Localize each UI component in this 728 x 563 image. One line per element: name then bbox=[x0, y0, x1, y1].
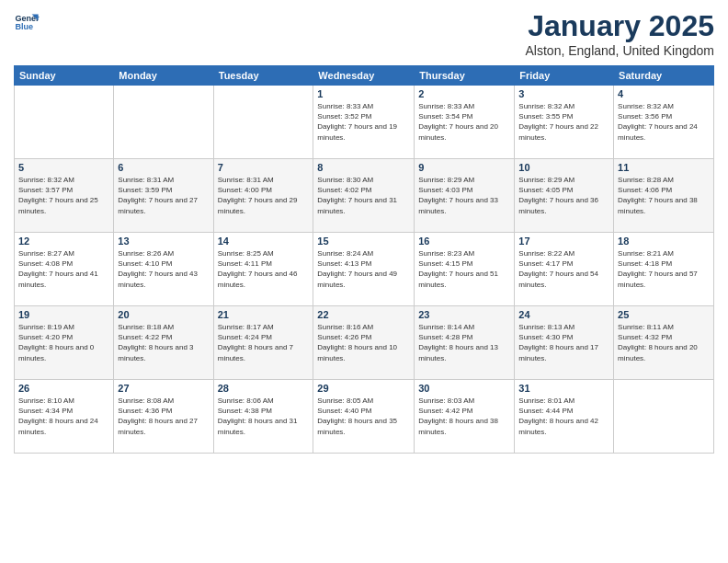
calendar-week-4: 26Sunrise: 8:10 AM Sunset: 4:34 PM Dayli… bbox=[15, 380, 714, 454]
calendar-cell: 19Sunrise: 8:19 AM Sunset: 4:20 PM Dayli… bbox=[15, 306, 114, 380]
calendar-cell bbox=[614, 380, 714, 454]
day-info: Sunrise: 8:18 AM Sunset: 4:22 PM Dayligh… bbox=[118, 322, 209, 363]
day-info: Sunrise: 8:31 AM Sunset: 4:00 PM Dayligh… bbox=[218, 175, 310, 216]
calendar-cell: 15Sunrise: 8:24 AM Sunset: 4:13 PM Dayli… bbox=[313, 233, 415, 306]
month-title: January 2025 bbox=[526, 9, 714, 43]
calendar-cell bbox=[15, 86, 114, 159]
day-info: Sunrise: 8:01 AM Sunset: 4:44 PM Dayligh… bbox=[518, 396, 609, 437]
day-info: Sunrise: 8:32 AM Sunset: 3:56 PM Dayligh… bbox=[618, 101, 710, 143]
day-number: 18 bbox=[618, 236, 710, 247]
calendar-cell: 2Sunrise: 8:33 AM Sunset: 3:54 PM Daylig… bbox=[415, 86, 515, 159]
calendar-cell: 23Sunrise: 8:14 AM Sunset: 4:28 PM Dayli… bbox=[415, 306, 515, 380]
day-number: 23 bbox=[418, 309, 510, 320]
day-info: Sunrise: 8:17 AM Sunset: 4:24 PM Dayligh… bbox=[218, 322, 310, 363]
day-number: 1 bbox=[317, 88, 410, 99]
calendar-cell: 8Sunrise: 8:30 AM Sunset: 4:02 PM Daylig… bbox=[313, 159, 415, 233]
col-tuesday: Tuesday bbox=[213, 66, 313, 86]
calendar-cell: 5Sunrise: 8:32 AM Sunset: 3:57 PM Daylig… bbox=[15, 159, 114, 233]
day-info: Sunrise: 8:21 AM Sunset: 4:18 PM Dayligh… bbox=[618, 248, 710, 290]
calendar-cell: 12Sunrise: 8:27 AM Sunset: 4:08 PM Dayli… bbox=[15, 233, 114, 306]
page: General Blue January 2025 Alston, Englan… bbox=[0, 0, 728, 563]
day-info: Sunrise: 8:30 AM Sunset: 4:02 PM Dayligh… bbox=[317, 175, 410, 216]
calendar-cell: 10Sunrise: 8:29 AM Sunset: 4:05 PM Dayli… bbox=[515, 159, 614, 233]
day-number: 29 bbox=[317, 383, 410, 394]
day-info: Sunrise: 8:11 AM Sunset: 4:32 PM Dayligh… bbox=[618, 322, 710, 363]
calendar-cell: 31Sunrise: 8:01 AM Sunset: 4:44 PM Dayli… bbox=[515, 380, 614, 454]
day-info: Sunrise: 8:10 AM Sunset: 4:34 PM Dayligh… bbox=[18, 396, 109, 437]
logo: General Blue bbox=[14, 9, 41, 35]
day-number: 16 bbox=[418, 236, 510, 247]
day-number: 6 bbox=[118, 162, 209, 173]
day-info: Sunrise: 8:25 AM Sunset: 4:11 PM Dayligh… bbox=[218, 248, 310, 290]
title-section: January 2025 Alston, England, United Kin… bbox=[526, 9, 714, 58]
day-info: Sunrise: 8:33 AM Sunset: 3:52 PM Dayligh… bbox=[317, 101, 410, 143]
col-wednesday: Wednesday bbox=[313, 66, 415, 86]
day-number: 25 bbox=[618, 309, 710, 320]
col-friday: Friday bbox=[515, 66, 614, 86]
calendar-cell bbox=[114, 86, 213, 159]
col-saturday: Saturday bbox=[614, 66, 714, 86]
calendar-week-2: 12Sunrise: 8:27 AM Sunset: 4:08 PM Dayli… bbox=[15, 233, 714, 306]
day-info: Sunrise: 8:32 AM Sunset: 3:55 PM Dayligh… bbox=[518, 101, 609, 143]
calendar-table: Sunday Monday Tuesday Wednesday Thursday… bbox=[14, 65, 714, 454]
day-info: Sunrise: 8:23 AM Sunset: 4:15 PM Dayligh… bbox=[418, 248, 510, 290]
day-number: 27 bbox=[118, 383, 209, 394]
location: Alston, England, United Kingdom bbox=[526, 43, 714, 58]
day-number: 21 bbox=[218, 309, 310, 320]
header: General Blue January 2025 Alston, Englan… bbox=[14, 9, 714, 58]
day-info: Sunrise: 8:31 AM Sunset: 3:59 PM Dayligh… bbox=[118, 175, 209, 216]
day-number: 7 bbox=[218, 162, 310, 173]
calendar-cell: 25Sunrise: 8:11 AM Sunset: 4:32 PM Dayli… bbox=[614, 306, 714, 380]
day-info: Sunrise: 8:33 AM Sunset: 3:54 PM Dayligh… bbox=[418, 101, 510, 143]
day-number: 20 bbox=[118, 309, 209, 320]
day-info: Sunrise: 8:28 AM Sunset: 4:06 PM Dayligh… bbox=[618, 175, 710, 216]
calendar-cell: 1Sunrise: 8:33 AM Sunset: 3:52 PM Daylig… bbox=[313, 86, 415, 159]
calendar-cell: 4Sunrise: 8:32 AM Sunset: 3:56 PM Daylig… bbox=[614, 86, 714, 159]
calendar-week-0: 1Sunrise: 8:33 AM Sunset: 3:52 PM Daylig… bbox=[15, 86, 714, 159]
calendar-cell: 28Sunrise: 8:06 AM Sunset: 4:38 PM Dayli… bbox=[213, 380, 313, 454]
day-number: 5 bbox=[18, 162, 109, 173]
day-number: 11 bbox=[618, 162, 710, 173]
day-number: 12 bbox=[18, 236, 109, 247]
day-info: Sunrise: 8:13 AM Sunset: 4:30 PM Dayligh… bbox=[518, 322, 609, 363]
day-info: Sunrise: 8:05 AM Sunset: 4:40 PM Dayligh… bbox=[317, 396, 410, 437]
day-number: 9 bbox=[418, 162, 510, 173]
day-info: Sunrise: 8:06 AM Sunset: 4:38 PM Dayligh… bbox=[218, 396, 310, 437]
calendar-week-3: 19Sunrise: 8:19 AM Sunset: 4:20 PM Dayli… bbox=[15, 306, 714, 380]
day-number: 2 bbox=[418, 88, 510, 99]
calendar-cell: 11Sunrise: 8:28 AM Sunset: 4:06 PM Dayli… bbox=[614, 159, 714, 233]
day-number: 4 bbox=[618, 88, 710, 99]
calendar-cell: 17Sunrise: 8:22 AM Sunset: 4:17 PM Dayli… bbox=[515, 233, 614, 306]
calendar-cell: 27Sunrise: 8:08 AM Sunset: 4:36 PM Dayli… bbox=[114, 380, 213, 454]
logo-icon: General Blue bbox=[14, 9, 40, 35]
calendar-cell: 18Sunrise: 8:21 AM Sunset: 4:18 PM Dayli… bbox=[614, 233, 714, 306]
calendar-cell: 30Sunrise: 8:03 AM Sunset: 4:42 PM Dayli… bbox=[415, 380, 515, 454]
calendar-cell: 29Sunrise: 8:05 AM Sunset: 4:40 PM Dayli… bbox=[313, 380, 415, 454]
col-sunday: Sunday bbox=[15, 66, 114, 86]
day-number: 31 bbox=[518, 383, 609, 394]
day-number: 28 bbox=[218, 383, 310, 394]
day-info: Sunrise: 8:27 AM Sunset: 4:08 PM Dayligh… bbox=[18, 248, 109, 290]
day-number: 30 bbox=[418, 383, 510, 394]
day-number: 24 bbox=[518, 309, 609, 320]
day-info: Sunrise: 8:16 AM Sunset: 4:26 PM Dayligh… bbox=[317, 322, 410, 363]
day-number: 15 bbox=[317, 236, 410, 247]
calendar-cell: 22Sunrise: 8:16 AM Sunset: 4:26 PM Dayli… bbox=[313, 306, 415, 380]
calendar-cell: 14Sunrise: 8:25 AM Sunset: 4:11 PM Dayli… bbox=[213, 233, 313, 306]
day-info: Sunrise: 8:03 AM Sunset: 4:42 PM Dayligh… bbox=[418, 396, 510, 437]
calendar-cell: 16Sunrise: 8:23 AM Sunset: 4:15 PM Dayli… bbox=[415, 233, 515, 306]
day-number: 22 bbox=[317, 309, 410, 320]
day-info: Sunrise: 8:29 AM Sunset: 4:05 PM Dayligh… bbox=[518, 175, 609, 216]
day-number: 17 bbox=[518, 236, 609, 247]
calendar-cell: 7Sunrise: 8:31 AM Sunset: 4:00 PM Daylig… bbox=[213, 159, 313, 233]
col-thursday: Thursday bbox=[415, 66, 515, 86]
calendar-cell: 24Sunrise: 8:13 AM Sunset: 4:30 PM Dayli… bbox=[515, 306, 614, 380]
day-info: Sunrise: 8:24 AM Sunset: 4:13 PM Dayligh… bbox=[317, 248, 410, 290]
day-number: 10 bbox=[518, 162, 609, 173]
day-number: 14 bbox=[218, 236, 310, 247]
day-info: Sunrise: 8:32 AM Sunset: 3:57 PM Dayligh… bbox=[18, 175, 109, 216]
calendar-cell: 26Sunrise: 8:10 AM Sunset: 4:34 PM Dayli… bbox=[15, 380, 114, 454]
day-info: Sunrise: 8:08 AM Sunset: 4:36 PM Dayligh… bbox=[118, 396, 209, 437]
calendar-cell: 3Sunrise: 8:32 AM Sunset: 3:55 PM Daylig… bbox=[515, 86, 614, 159]
svg-text:Blue: Blue bbox=[15, 22, 33, 31]
